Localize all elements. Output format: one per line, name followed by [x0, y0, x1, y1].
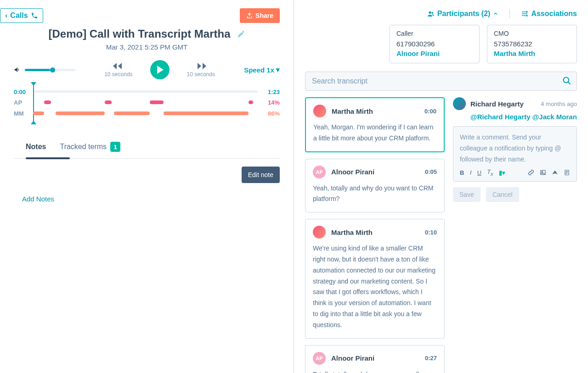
- avatar: [313, 226, 326, 239]
- participant-card-cmo: CMO 5735786232 Martha Mirth: [487, 25, 577, 63]
- back-calls-button[interactable]: ‹ Calls: [0, 8, 43, 23]
- back-label: Calls: [10, 11, 28, 20]
- comment-author: Richard Hegarty: [470, 100, 524, 108]
- speaker-mm-pct: 86%: [258, 110, 280, 117]
- comment-item: Richard Hegarty 4 months ago @Richard He…: [453, 97, 577, 121]
- transcript-text: Yeah, Morgan. I'm wondering if I can lea…: [313, 122, 436, 144]
- tab-tracked-terms[interactable]: Tracked terms 1: [60, 137, 120, 158]
- rewind-label: 10 seconds: [104, 71, 132, 78]
- timestamp: 0:10: [425, 229, 437, 236]
- avatar: [453, 97, 466, 110]
- save-comment-button[interactable]: Save: [453, 187, 481, 202]
- participant-name-link[interactable]: Martha Mirth: [494, 50, 570, 57]
- left-panel: ‹ Calls Share [Demo] Call with Transcrip…: [0, 0, 294, 373]
- associations-icon: [521, 10, 528, 17]
- svg-point-2: [526, 11, 528, 13]
- add-notes-link[interactable]: Add Notes: [14, 183, 280, 203]
- underline-icon[interactable]: U: [477, 169, 481, 176]
- timeline-start: 0:00: [14, 89, 33, 95]
- link-icon[interactable]: [528, 169, 534, 176]
- play-button[interactable]: [150, 60, 170, 79]
- search-transcript-input[interactable]: [305, 72, 577, 91]
- associations-link[interactable]: Associations: [521, 10, 577, 18]
- participants-label: Participants (2): [437, 10, 491, 18]
- highlight-icon[interactable]: ▮▾: [499, 169, 505, 176]
- snippet-icon[interactable]: [552, 169, 558, 176]
- divider: [509, 9, 510, 18]
- play-icon: [157, 66, 164, 74]
- avatar: AP: [313, 352, 326, 365]
- svg-point-6: [542, 172, 543, 173]
- speaker-mm-bar: [33, 111, 258, 115]
- comments-panel: Richard Hegarty 4 months ago @Richard He…: [453, 97, 577, 373]
- volume-icon: [14, 66, 21, 73]
- transcript-text: Yeah, totally and why do you want to CRM…: [313, 183, 437, 205]
- transcript-item[interactable]: AP Alnoor Pirani 0:05 Yeah, totally and …: [305, 159, 445, 213]
- participant-number: 6179030296: [396, 40, 473, 48]
- svg-point-4: [564, 78, 569, 83]
- participant-role: CMO: [494, 30, 570, 37]
- participant-card-caller: Caller 6179030296 Alnoor Pirani: [390, 25, 480, 63]
- transcript-item[interactable]: Martha Mirth 0:10 We're using kind of li…: [305, 219, 445, 338]
- speed-selector[interactable]: Speed 1x ▾: [244, 66, 280, 74]
- participant-number: 5735786232: [494, 40, 570, 48]
- forward-10-button[interactable]: 10 seconds: [187, 62, 215, 78]
- svg-point-0: [429, 11, 431, 14]
- clear-format-icon[interactable]: Tx: [487, 168, 493, 177]
- speed-label: Speed 1x: [244, 66, 274, 74]
- share-icon: [246, 12, 253, 19]
- comment-composer[interactable]: Write a comment. Send your colleague a n…: [453, 126, 577, 182]
- call-date: Mar 3, 2021 5:25 PM GMT: [0, 43, 294, 51]
- speaker-name: Martha Mirth: [332, 107, 373, 115]
- forward-icon: [195, 62, 206, 70]
- avatar: AP: [313, 166, 326, 178]
- speaker-name: Martha Mirth: [331, 228, 373, 236]
- associations-label: Associations: [531, 10, 577, 18]
- tracked-terms-label: Tracked terms: [60, 143, 107, 151]
- bold-icon[interactable]: B: [460, 169, 464, 176]
- svg-point-1: [431, 12, 433, 14]
- share-label: Share: [255, 12, 273, 19]
- participant-name-link[interactable]: Alnoor Pirani: [396, 50, 473, 57]
- volume-control[interactable]: [14, 66, 75, 73]
- transcript-text: We're using kind of like a smaller CRM r…: [313, 243, 437, 330]
- speaker-ap-bar: [33, 100, 258, 104]
- timestamp: 0:05: [425, 168, 437, 175]
- document-icon[interactable]: [564, 169, 570, 176]
- comment-age: 4 months ago: [541, 100, 577, 107]
- speaker-name: Alnoor Pirani: [331, 354, 374, 362]
- tracked-terms-badge: 1: [110, 142, 120, 152]
- image-icon[interactable]: [540, 169, 546, 176]
- phone-icon: [31, 12, 38, 19]
- rewind-icon: [113, 62, 124, 70]
- timeline-end: 1:23: [258, 89, 280, 95]
- transcript-text: Totally totally and do you use any call …: [313, 369, 437, 373]
- participants-icon: [427, 10, 435, 17]
- participants-toggle[interactable]: Participants (2): [427, 10, 499, 18]
- timestamp: 0:00: [424, 108, 436, 115]
- edit-note-button[interactable]: Edit note: [242, 167, 280, 183]
- transcript-list: Martha Mirth 0:00 Yeah, Morgan. I'm wond…: [305, 97, 445, 373]
- timestamp: 0:27: [425, 355, 437, 362]
- chevron-down-icon: ▾: [276, 66, 280, 74]
- speaker-ap-pct: 14%: [258, 99, 280, 106]
- timeline-track[interactable]: [33, 88, 258, 96]
- call-title: [Demo] Call with Transcript Martha: [48, 28, 230, 40]
- tab-notes[interactable]: Notes: [26, 137, 46, 158]
- rewind-10-button[interactable]: 10 seconds: [104, 62, 132, 78]
- cancel-comment-button[interactable]: Cancel: [486, 187, 519, 202]
- share-button[interactable]: Share: [240, 8, 280, 23]
- speaker-ap-label: AP: [14, 99, 33, 106]
- comment-body: @Richard Hegarty @Jack Moran: [470, 113, 577, 121]
- composer-placeholder[interactable]: Write a comment. Send your colleague a n…: [460, 132, 570, 165]
- avatar: [313, 105, 326, 117]
- transcript-item[interactable]: Martha Mirth 0:00 Yeah, Morgan. I'm wond…: [305, 97, 445, 152]
- participant-role: Caller: [396, 30, 473, 37]
- speaker-mm-label: MM: [14, 110, 33, 117]
- timeline: 0:00 1:23 AP 14% MM: [0, 88, 294, 119]
- edit-title-icon[interactable]: [237, 30, 245, 38]
- italic-icon[interactable]: I: [469, 169, 471, 176]
- transcript-item[interactable]: AP Alnoor Pirani 0:27 Totally totally an…: [305, 345, 445, 373]
- right-panel: Participants (2) Associations Caller 617…: [294, 0, 588, 373]
- search-icon[interactable]: [562, 76, 571, 85]
